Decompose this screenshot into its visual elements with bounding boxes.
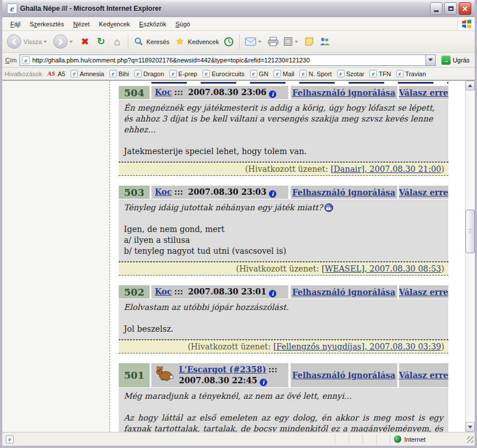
post-author-link[interactable]: Koc [155, 88, 172, 97]
links-bar-item-label: Travian [405, 70, 426, 77]
author-time-separator: ::: [268, 365, 277, 374]
reply-link[interactable]: Válasz erre [399, 88, 448, 97]
forum-post-503: 503Koc::: 2007.08.30 23:03iFelhasználó i… [119, 186, 448, 276]
forum-post-502: 502Koc::: 2007.08.30 23:01iFelhasználó i… [119, 285, 448, 353]
address-bar: Cím e http://ghalla.pbm.hu/comment.php?q… [2, 53, 475, 68]
print-button[interactable] [265, 36, 281, 48]
links-bar-item-label: A5 [57, 70, 65, 77]
links-bar-item-mail[interactable]: eMail [273, 70, 294, 77]
links-bar-item-label: TFN [378, 70, 390, 77]
status-segment [376, 434, 390, 445]
links-bar-item-label: GN [259, 70, 269, 77]
quoted-message-link[interactable]: [Fellengzős nyugdíjas], 2007.08.30 03:39 [273, 342, 441, 351]
info-icon[interactable]: i [269, 290, 276, 297]
post-header: 501L'Escargot (#2358):::2007.08.30 22:45… [119, 363, 448, 387]
links-bar-item-gn[interactable]: eGN [250, 70, 269, 77]
vertical-scrollbar[interactable] [465, 81, 475, 432]
clipped-previous-post [151, 82, 448, 84]
favorites-button[interactable]: ★ Kedvencek [172, 36, 221, 48]
toolbar-separator [239, 34, 240, 49]
post-paragraph: Az hogy láttál az első emeleten az egy d… [124, 412, 443, 432]
ignore-user-link[interactable]: Felhasználó ignorálása [292, 288, 396, 297]
mail-dropdown-icon[interactable] [258, 41, 261, 43]
history-button[interactable] [221, 36, 236, 48]
menu-item-kedvencek[interactable]: Kedvencek [94, 19, 134, 29]
ie-page: e [71, 70, 78, 77]
links-bar-item-a5[interactable]: ASA5 [46, 70, 65, 77]
edit-dropdown-icon[interactable] [295, 41, 298, 43]
scrollbar-track[interactable] [466, 91, 475, 422]
info-icon[interactable]: i [269, 91, 276, 98]
ignore-user-link[interactable]: Felhasználó ignorálása [292, 88, 396, 97]
info-icon[interactable]: i [269, 190, 276, 198]
post-author-link[interactable]: L'Escargot (#2358) [179, 365, 266, 374]
resize-grip[interactable] [467, 436, 474, 443]
address-label: Cím [5, 57, 17, 64]
reply-link[interactable]: Válasz erre [399, 371, 448, 380]
links-bar-item-eurocircuits[interactable]: eEurocircuits [202, 70, 244, 77]
quoted-message-link[interactable]: [Danair], 2007.08.30 21:00 [331, 164, 441, 174]
links-bar-item-amnesia[interactable]: eAmnesia [71, 70, 104, 77]
ignore-user-link[interactable]: Felhasználó ignorálása [292, 371, 396, 380]
address-dropdown-button[interactable] [425, 55, 435, 65]
refresh-button[interactable]: ↻ [93, 36, 109, 48]
stop-button[interactable]: ✖ [77, 36, 93, 48]
quoted-message-bar: (Hivatkozott üzenet: [Fellengzős nyugdíj… [119, 340, 448, 353]
back-icon [7, 34, 21, 49]
post-author-link[interactable]: Koc [155, 187, 172, 197]
favorites-star-icon: ★ [174, 37, 186, 46]
search-button[interactable]: Keresés [131, 36, 171, 48]
scroll-up-button[interactable] [466, 81, 475, 91]
links-bar-item-label: Amnesia [80, 70, 104, 77]
ignore-user-cell: Felhasználó ignorálása [291, 363, 397, 387]
go-button[interactable]: → Ugrás [439, 55, 472, 65]
post-author-link[interactable]: Koc [155, 287, 172, 296]
post-body: Még maradjunk a tényeknél, az nem az övé… [119, 388, 448, 432]
links-bar-item-szotar[interactable]: eSzotar [337, 70, 365, 77]
menu-item-f-jl[interactable]: Fájl [6, 19, 25, 29]
scroll-down-button[interactable] [466, 422, 475, 432]
ignore-user-link[interactable]: Felhasználó ignorálása [292, 188, 396, 197]
forward-dropdown-icon[interactable] [69, 41, 73, 43]
links-bar-item-e-prep[interactable]: eE-prep [169, 70, 197, 77]
address-url[interactable]: http://ghalla.pbm.hu/comment.php?q=11892… [32, 57, 425, 64]
links-bar-item-travian[interactable]: eTravian [396, 70, 426, 77]
links-bar-item-tfn[interactable]: eTFN [369, 70, 390, 77]
edit-button[interactable] [281, 36, 302, 48]
links-bar-item-n-sport[interactable]: eN. Sport [299, 70, 331, 77]
go-arrow-icon: → [441, 56, 451, 65]
back-button[interactable]: Vissza [5, 33, 51, 50]
messenger-button[interactable] [317, 36, 333, 48]
mail-button[interactable] [243, 36, 265, 47]
rabbit-icon [155, 366, 174, 381]
reply-link[interactable]: Válasz erre [399, 188, 448, 197]
reply-link[interactable]: Válasz erre [399, 288, 448, 297]
forward-button[interactable] [51, 33, 77, 50]
reply-cell: Válasz erre [399, 86, 448, 99]
menu-item-eszk-z-k[interactable]: Eszközök [135, 19, 171, 29]
post-author-cell: L'Escargot (#2358):::2007.08.30 22:45i [151, 363, 288, 387]
address-input[interactable]: e http://ghalla.pbm.hu/comment.php?q=118… [19, 54, 435, 66]
minimize-button[interactable] [430, 2, 443, 15]
menu-item-n-zet[interactable]: Nézet [69, 19, 95, 29]
reply-cell: Válasz erre [399, 285, 448, 298]
document-icon: e [6, 435, 14, 443]
links-bar-item-label: Mail [283, 70, 294, 77]
links-bar-item-bihi[interactable]: eBihi [110, 70, 129, 77]
ie-page: e [110, 70, 117, 77]
info-icon[interactable]: i [260, 379, 267, 386]
maximize-button[interactable] [444, 2, 457, 15]
reply-cell: Válasz erre [399, 186, 448, 199]
menu-item-szerkeszt-s[interactable]: Szerkesztés [25, 19, 69, 29]
scrollbar-thumb[interactable] [466, 210, 475, 253]
home-button[interactable]: ⌂ [109, 36, 125, 48]
links-bar-item-dragon[interactable]: eDragon [134, 70, 164, 77]
discuss-button[interactable] [302, 36, 317, 48]
post-header: 502Koc::: 2007.08.30 23:01iFelhasználó i… [119, 285, 448, 298]
back-dropdown-icon[interactable] [44, 41, 47, 43]
menu-item-s-g-[interactable]: Súgó [171, 19, 195, 29]
close-button[interactable]: ✕ [459, 2, 471, 15]
ie-page: e [134, 70, 142, 77]
a5-logo: AS [46, 70, 56, 77]
quoted-message-link[interactable]: [WEASEL], 2007.08.30 08:53 [322, 264, 441, 273]
